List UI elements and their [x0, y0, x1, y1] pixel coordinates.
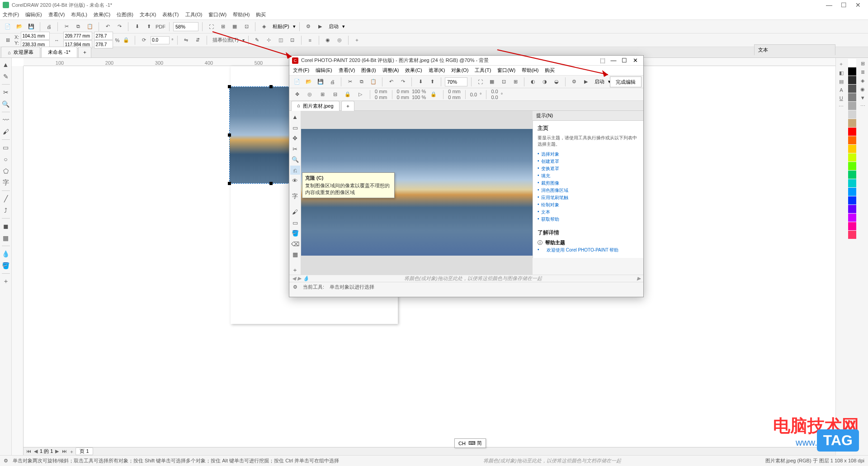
rectangle-tool-icon[interactable]: ▭: [1, 143, 11, 152]
minimize-button[interactable]: —: [822, 1, 836, 9]
pp-mask-rect-icon[interactable]: ▭: [290, 123, 300, 132]
scale-x-input[interactable]: [94, 32, 113, 40]
pp-apply-icon[interactable]: ▷: [355, 90, 365, 100]
trace-bitmap-dropdown[interactable]: 描摹位图(T): [211, 37, 241, 43]
color-swatch[interactable]: [848, 136, 856, 144]
underline-docker-icon[interactable]: U: [840, 95, 843, 101]
pp-add-tool-icon[interactable]: ＋: [290, 266, 300, 275]
color-swatch[interactable]: [848, 93, 856, 101]
gear-icon[interactable]: ⚙: [4, 458, 8, 464]
pp-mask3-icon[interactable]: ◒: [552, 77, 561, 87]
color-swatch[interactable]: [848, 128, 856, 136]
maximize-button[interactable]: ☐: [836, 1, 851, 9]
pp-clone-tool-icon[interactable]: ⎌: [290, 166, 300, 174]
resize-handle[interactable]: [269, 85, 273, 88]
pp-open-icon[interactable]: 📂: [304, 77, 314, 87]
pp-finish-editing-button[interactable]: 完成编辑: [610, 76, 642, 87]
pp-pick-tool-icon[interactable]: ▲: [290, 113, 300, 121]
line-tool-icon[interactable]: ╱: [1, 194, 11, 204]
color-swatch[interactable]: [848, 85, 856, 93]
pp-tab-image[interactable]: ⌂图片素材.jpeg: [291, 101, 340, 111]
copy-icon[interactable]: ⧉: [73, 22, 83, 32]
polygon-tool-icon[interactable]: ⬠: [1, 166, 11, 176]
pp-lockratio-icon[interactable]: 🔒: [429, 90, 439, 100]
color-swatch[interactable]: [848, 59, 856, 67]
align-docker-icon[interactable]: ▤: [839, 79, 844, 85]
color-swatch[interactable]: [848, 67, 856, 76]
pp-close-button[interactable]: ✕: [630, 57, 641, 64]
launch-dropdown[interactable]: 启动: [327, 23, 340, 30]
color-swatch[interactable]: [848, 162, 856, 170]
print-icon[interactable]: 🖨: [44, 22, 54, 32]
first-page-icon[interactable]: ⏮: [25, 448, 32, 455]
pp-mask2-icon[interactable]: ◑: [540, 77, 550, 87]
freehand-tool-icon[interactable]: 〰: [1, 115, 11, 125]
pp-welcome-help-link[interactable]: 欢迎使用 Corel PHOTO-PAINT 帮助: [538, 247, 639, 253]
hints-docker-icon[interactable]: ◉: [860, 86, 865, 92]
pp-obj-icon[interactable]: ◎: [305, 90, 315, 100]
color-swatch[interactable]: [848, 102, 856, 110]
pick-tool-icon[interactable]: ▲: [1, 60, 11, 70]
color-swatch[interactable]: [848, 153, 856, 162]
pp-hint-link[interactable]: 选择对象: [538, 151, 639, 157]
options-icon[interactable]: ⚙: [303, 22, 313, 32]
artistic-media-icon[interactable]: 🖌: [1, 127, 11, 137]
pp-maximize-button[interactable]: ☐: [619, 57, 630, 64]
menu-help[interactable]: 帮助(H): [233, 11, 250, 18]
menu-table[interactable]: 表格(T): [162, 11, 179, 18]
pp-menu-file[interactable]: 文件(F): [293, 67, 309, 74]
pp-menu-window[interactable]: 窗口(W): [497, 67, 515, 74]
pp-rulers-icon[interactable]: ⊡: [499, 77, 509, 87]
pp-menu-image[interactable]: 图像(I): [361, 67, 376, 74]
color-swatch[interactable]: [848, 76, 856, 84]
pp-crop-icon[interactable]: ✂: [290, 144, 300, 153]
menu-view[interactable]: 查看(V): [48, 11, 65, 18]
cut-icon[interactable]: ✂: [61, 22, 71, 32]
pp-launch-dropdown[interactable]: 启动: [593, 78, 606, 85]
grid-icon[interactable]: ▦: [230, 22, 240, 32]
pp-print-icon[interactable]: 🖨: [327, 77, 337, 87]
color-swatch[interactable]: [848, 171, 856, 179]
add-docker-icon[interactable]: ＋: [839, 61, 844, 67]
pp-hints-docker-title[interactable]: 提示(N): [533, 111, 643, 121]
pp-zoom-input[interactable]: [445, 77, 467, 86]
pp-hint-link[interactable]: 文本: [538, 209, 639, 215]
wrap-text-icon[interactable]: ≡: [305, 35, 315, 45]
connector-tool-icon[interactable]: ⤴: [1, 205, 11, 215]
zoom-input[interactable]: [173, 22, 198, 31]
menu-edit[interactable]: 编辑(E): [25, 11, 42, 18]
mirror-h-icon[interactable]: ⇋: [181, 35, 191, 45]
clip-icon[interactable]: ◈: [259, 22, 269, 32]
pp-menu-object[interactable]: 对象(O): [451, 67, 468, 74]
pp-options-icon[interactable]: ⚙: [569, 77, 579, 87]
pp-menu-edit[interactable]: 编辑(E): [316, 67, 332, 74]
more2-docker-icon[interactable]: ⋯: [860, 103, 865, 109]
ime-indicator[interactable]: CH⌨ 简: [454, 438, 486, 448]
pp-launch-icon[interactable]: ▶: [581, 77, 591, 87]
color-swatch[interactable]: [848, 231, 856, 239]
pp-paste-icon[interactable]: 📋: [368, 77, 378, 87]
menu-file[interactable]: 文件(F): [3, 11, 19, 18]
resize-handle[interactable]: [269, 182, 273, 185]
pp-save-icon[interactable]: 💾: [316, 77, 326, 87]
pp-hint-link[interactable]: 润色图像区域: [538, 187, 639, 194]
pp-menu-adjust[interactable]: 调整(A): [382, 67, 399, 74]
add-tab-button[interactable]: ＋: [78, 47, 91, 57]
color-swatch[interactable]: [848, 145, 856, 153]
launch-icon[interactable]: ▶: [315, 22, 325, 32]
text-docker-tab[interactable]: 文本: [754, 44, 835, 55]
pp-menu-effects[interactable]: 效果(C): [405, 67, 422, 74]
properties-docker-icon[interactable]: ◧: [839, 70, 844, 76]
pp-swatch-end-icon[interactable]: ▶: [637, 276, 641, 281]
pp-fill-tool-icon[interactable]: 🪣: [290, 229, 300, 238]
add-tool-icon[interactable]: ＋: [1, 276, 11, 286]
edit-bitmap-icon[interactable]: ✎: [252, 35, 262, 45]
overprint-icon[interactable]: ◉: [323, 35, 333, 45]
pp-text-tool-icon[interactable]: 字: [290, 192, 300, 200]
prev-page-icon[interactable]: ◀: [33, 448, 39, 455]
pp-new-icon[interactable]: 📄: [292, 77, 302, 87]
open-icon[interactable]: 📂: [14, 22, 24, 32]
pp-menu-tools[interactable]: 工具(T): [475, 67, 491, 74]
pp-lock-icon[interactable]: 🔒: [343, 90, 353, 100]
pp-eraser-tool-icon[interactable]: ⌫: [290, 239, 300, 248]
